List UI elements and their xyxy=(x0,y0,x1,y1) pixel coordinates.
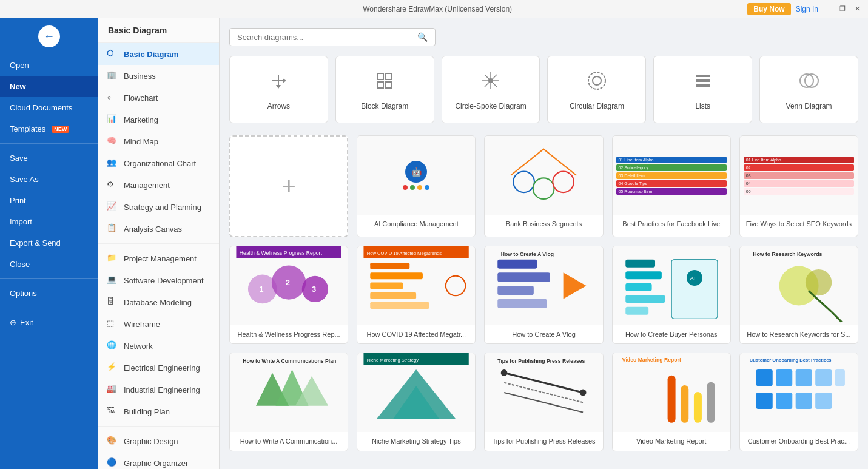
category-lists[interactable]: Lists xyxy=(653,56,752,123)
middle-item-mindmap[interactable]: 🧠 Mind Map xyxy=(98,130,219,152)
category-spoke[interactable]: Circle-Spoke Diagram xyxy=(442,56,540,123)
maximize-button[interactable]: ❐ xyxy=(838,4,847,14)
middle-item-graphic[interactable]: 🎨 Graphic Design xyxy=(98,430,219,452)
middle-label-flowchart: Flowchart xyxy=(124,93,158,103)
flowchart-icon: ⬦ xyxy=(107,92,118,103)
arrows-label: Arrows xyxy=(236,102,321,110)
middle-label-mindmap: Mind Map xyxy=(124,137,158,146)
h1-text: 1 xyxy=(259,285,263,294)
svg-line-14 xyxy=(491,81,497,87)
covid-title: How COVID 19 Affected Megatrends xyxy=(367,251,442,256)
minimize-button[interactable]: — xyxy=(823,4,833,14)
template-covid[interactable]: How COVID 19 Affected Megatrends How COV… xyxy=(357,246,476,344)
middle-item-software[interactable]: 💻 Software Development xyxy=(98,269,219,291)
middle-item-flowchart[interactable]: ⬦ Flowchart xyxy=(98,87,219,109)
template-fb-live[interactable]: 01 Line Item Alpha 02 Subcategory 03 Det… xyxy=(612,135,731,237)
lists-icon xyxy=(660,69,745,96)
sidebar-logo: ← xyxy=(0,18,98,55)
sidebar-item-close[interactable]: Close xyxy=(0,254,98,275)
template-vlog[interactable]: How to Create A Vlog How to Create A Vlo… xyxy=(484,246,603,344)
middle-item-building[interactable]: 🏗 Building Plan xyxy=(98,400,219,422)
category-circular[interactable]: Circular Diagram xyxy=(547,56,646,123)
middle-item-organizer[interactable]: 🔵 Graphic Organizer xyxy=(98,452,219,469)
sidebar-item-save-as[interactable]: Save As xyxy=(0,169,98,190)
sidebar-label-cloud: Cloud Documents xyxy=(10,103,72,112)
category-block[interactable]: Block Diagram xyxy=(335,56,434,123)
svg-point-26 xyxy=(553,172,574,193)
thumb-comm: How to Write A Communications Plan xyxy=(230,353,348,432)
management-icon: ⚙ xyxy=(107,180,118,191)
middle-item-network[interactable]: 🌐 Network xyxy=(98,335,219,357)
sidebar-item-export[interactable]: Export & Send xyxy=(0,232,98,254)
svg-rect-40 xyxy=(498,286,534,295)
label-buyer: How to Create Buyer Personas xyxy=(613,325,730,343)
middle-item-marketing[interactable]: 📊 Marketing xyxy=(98,109,219,130)
buy-now-button[interactable]: Buy Now xyxy=(747,3,790,15)
sidebar-divider-3 xyxy=(0,308,98,308)
middle-item-orgchart[interactable]: 👥 Organizational Chart xyxy=(98,152,219,174)
label-video: Video Marketing Report xyxy=(613,432,730,450)
template-seo[interactable]: 01 Line Item Alpha 02 03 04 05 Five Ways… xyxy=(739,135,858,237)
svg-point-63 xyxy=(501,369,508,376)
svg-rect-67 xyxy=(795,369,812,386)
label-bank-segments: Bank Business Segments xyxy=(485,215,602,233)
middle-item-management[interactable]: ⚙ Management xyxy=(98,174,219,196)
svg-point-24 xyxy=(514,172,535,193)
template-keywords[interactable]: How to Research Keywords How to Research… xyxy=(739,246,858,344)
svg-rect-73 xyxy=(815,393,832,409)
titlebar-title: Wondershare EdrawMax (Unlicensed Version… xyxy=(127,5,747,13)
sidebar-item-options[interactable]: Options xyxy=(0,283,98,304)
svg-rect-34 xyxy=(370,283,403,289)
template-ai-compliance[interactable]: 🤖 AI Compliance Management xyxy=(357,135,476,237)
template-health[interactable]: 1 2 3 Health & Wellness Progress Report … xyxy=(229,246,348,344)
svg-rect-46 xyxy=(625,295,665,303)
arrows-icon xyxy=(236,69,321,96)
seo-bar-3: 03 xyxy=(744,172,854,179)
svg-point-17 xyxy=(588,72,605,89)
sidebar-item-open[interactable]: Open xyxy=(0,55,98,76)
sidebar-item-templates[interactable]: Templates NEW xyxy=(0,118,98,140)
thumb-video: Video Marketing Report xyxy=(613,353,730,432)
sidebar-item-import[interactable]: Import xyxy=(0,211,98,232)
fb-bar-5: 05 Roadmap Item xyxy=(616,188,727,195)
search-bar[interactable]: 🔍 xyxy=(229,28,436,46)
svg-rect-32 xyxy=(370,263,409,269)
sidebar-item-exit[interactable]: ⊖ Exit xyxy=(0,312,98,333)
sidebar-item-new[interactable]: New xyxy=(0,76,98,97)
svg-rect-19 xyxy=(696,75,710,77)
spoke-label: Circle-Spoke Diagram xyxy=(448,102,534,110)
template-bank-segments[interactable]: Bank Business Segments xyxy=(484,135,603,237)
main-header: 🔍 xyxy=(229,28,858,46)
middle-item-electrical[interactable]: ⚡ Electrical Engineering xyxy=(98,357,219,379)
search-input[interactable] xyxy=(237,33,412,42)
category-venn[interactable]: Venn Diagram xyxy=(759,56,858,123)
circular-label: Circular Diagram xyxy=(554,102,639,110)
middle-item-strategy[interactable]: 📈 Strategy and Planning xyxy=(98,196,219,218)
close-button[interactable]: ✕ xyxy=(852,4,862,14)
template-add-new[interactable]: + xyxy=(229,135,348,237)
middle-item-basic[interactable]: ⬡ Basic Diagram xyxy=(98,43,219,65)
middle-label-software: Software Development xyxy=(124,276,204,285)
middle-item-analysis[interactable]: 📋 Analysis Canvas xyxy=(98,218,219,240)
middle-item-business[interactable]: 🏢 Business xyxy=(98,65,219,87)
analysis-icon: 📋 xyxy=(107,223,118,234)
template-niche[interactable]: Niche Marketing Strategy Niche Marketing… xyxy=(357,353,476,451)
middle-panel-header: Basic Diagram xyxy=(98,18,219,43)
middle-item-project[interactable]: 📁 Project Management xyxy=(98,248,219,269)
middle-item-database[interactable]: 🗄 Database Modeling xyxy=(98,291,219,313)
template-press[interactable]: Tips for Publishing Press Releases Tips … xyxy=(484,353,603,451)
sidebar-item-cloud[interactable]: Cloud Documents xyxy=(0,97,98,118)
middle-label-strategy: Strategy and Planning xyxy=(124,203,201,212)
middle-item-wireframe[interactable]: ⬚ Wireframe xyxy=(98,313,219,335)
sidebar-label-import: Import xyxy=(10,217,32,226)
sidebar-item-print[interactable]: Print xyxy=(0,190,98,211)
template-buyer[interactable]: AI How to Create Buyer Personas xyxy=(612,246,731,344)
svg-line-61 xyxy=(504,393,583,413)
template-video[interactable]: Video Marketing Report Video Marketing R… xyxy=(612,353,731,451)
sidebar-item-save[interactable]: Save xyxy=(0,147,98,169)
template-onboard[interactable]: Customer Onboarding Best Practices Custo… xyxy=(739,353,858,451)
template-comm[interactable]: How to Write A Communications Plan How t… xyxy=(229,353,348,451)
category-arrows[interactable]: Arrows xyxy=(229,56,328,123)
sign-in-button[interactable]: Sign In xyxy=(796,5,818,13)
middle-item-industrial[interactable]: 🏭 Industrial Engineering xyxy=(98,379,219,400)
